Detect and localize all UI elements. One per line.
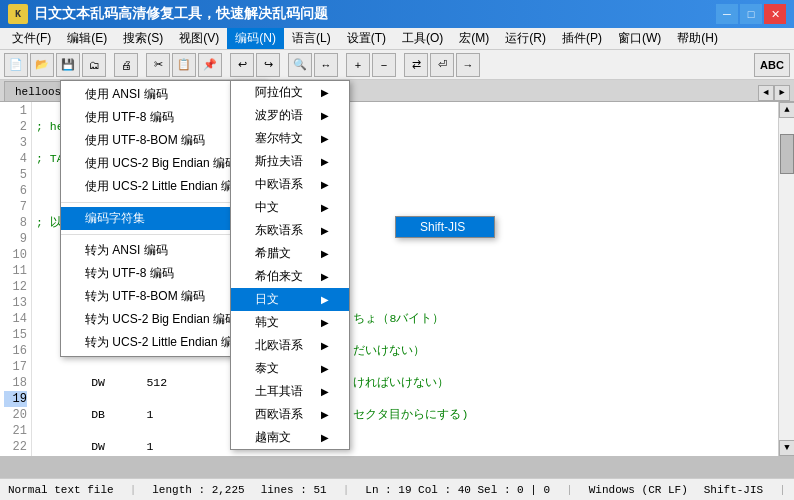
- redo-button[interactable]: ↪: [256, 53, 280, 77]
- lang-ceurope-arrow: ▶: [321, 179, 329, 190]
- lang-baltic[interactable]: 波罗的语 ▶: [231, 104, 349, 127]
- window-controls: ─ □ ✕: [716, 4, 786, 24]
- copy-button[interactable]: 📋: [172, 53, 196, 77]
- lang-ceurope[interactable]: 中欧语系 ▶: [231, 173, 349, 196]
- vertical-scrollbar[interactable]: ▲ ▼: [778, 102, 794, 456]
- tab-arrows: ◄ ►: [758, 85, 790, 101]
- status-lineending: Windows (CR LF): [589, 484, 688, 496]
- lang-eeurope[interactable]: 东欧语系 ▶: [231, 219, 349, 242]
- menu-search[interactable]: 搜索(S): [115, 28, 171, 49]
- lang-greek[interactable]: 希腊文 ▶: [231, 242, 349, 265]
- open-button[interactable]: 📂: [30, 53, 54, 77]
- charset-submenu: Shift-JIS: [395, 216, 495, 238]
- status-bar: Normal text file | length : 2,225 lines …: [0, 478, 794, 500]
- print-button[interactable]: 🖨: [114, 53, 138, 77]
- menu-edit[interactable]: 编辑(E): [59, 28, 115, 49]
- charset-shiftjis[interactable]: Shift-JIS: [396, 217, 494, 237]
- menu-lang[interactable]: 语言(L): [284, 28, 339, 49]
- scroll-down-arrow[interactable]: ▼: [779, 440, 794, 456]
- app-icon-letter: K: [15, 9, 21, 20]
- toolbar: 📄 📂 💾 🗂 🖨 ✂ 📋 📌 ↩ ↪ 🔍 ↔ + − ⇄ ⏎ → ABC: [0, 50, 794, 80]
- lang-turkish[interactable]: 土耳其语 ▶: [231, 380, 349, 403]
- lang-eeurope-arrow: ▶: [321, 225, 329, 236]
- paste-button[interactable]: 📌: [198, 53, 222, 77]
- lang-japanese-arrow: ▶: [321, 294, 329, 305]
- menu-file[interactable]: 文件(F): [4, 28, 59, 49]
- undo-button[interactable]: ↩: [230, 53, 254, 77]
- maximize-button[interactable]: □: [740, 4, 762, 24]
- status-position: Ln : 19 Col : 40 Sel : 0 | 0: [365, 484, 550, 496]
- lang-vietnamese-arrow: ▶: [321, 432, 329, 443]
- code-line-10: DB 1 セクタ目からにする): [36, 407, 774, 423]
- menu-run[interactable]: 运行(R): [497, 28, 554, 49]
- status-encoding: Shift-JIS: [704, 484, 763, 496]
- tab-left-arrow[interactable]: ◄: [758, 85, 774, 101]
- lang-thai[interactable]: 泰文 ▶: [231, 357, 349, 380]
- scroll-up-arrow[interactable]: ▲: [779, 102, 794, 118]
- line-numbers: 12345 678910 1112131415 161718 19 202122…: [0, 102, 32, 456]
- lang-arabic-arrow: ▶: [321, 87, 329, 98]
- lang-turkish-arrow: ▶: [321, 386, 329, 397]
- lang-arabic[interactable]: 阿拉伯文 ▶: [231, 81, 349, 104]
- menu-plugins[interactable]: 插件(P): [554, 28, 610, 49]
- menu-bar: 文件(F) 编辑(E) 搜索(S) 视图(V) 编码(N) 语言(L) 设置(T…: [0, 28, 794, 50]
- lang-chinese-arrow: ▶: [321, 202, 329, 213]
- tab-right-arrow[interactable]: ►: [774, 85, 790, 101]
- lang-japanese[interactable]: 日文 ▶: [231, 288, 349, 311]
- lang-celtic[interactable]: 塞尔特文 ▶: [231, 127, 349, 150]
- title-bar: K 日文文本乱码高清修复工具，快速解决乱码问题 ─ □ ✕: [0, 0, 794, 28]
- lang-submenu: 阿拉伯文 ▶ 波罗的语 ▶ 塞尔特文 ▶ 斯拉夫语 ▶ 中欧语系 ▶ 中文 ▶ …: [230, 80, 350, 450]
- lang-cyrillic[interactable]: 斯拉夫语 ▶: [231, 150, 349, 173]
- close-button[interactable]: ✕: [764, 4, 786, 24]
- lang-baltic-arrow: ▶: [321, 110, 329, 121]
- save-button[interactable]: 💾: [56, 53, 80, 77]
- menu-tools[interactable]: 工具(O): [394, 28, 451, 49]
- lang-nordic[interactable]: 北欧语系 ▶: [231, 334, 349, 357]
- word-wrap-button[interactable]: ⏎: [430, 53, 454, 77]
- window-title: 日文文本乱码高清修复工具，快速解决乱码问题: [34, 5, 716, 23]
- lang-weurope-arrow: ▶: [321, 409, 329, 420]
- lang-vietnamese[interactable]: 越南文 ▶: [231, 426, 349, 449]
- lang-hebrew-arrow: ▶: [321, 271, 329, 282]
- lang-hebrew[interactable]: 希伯来文 ▶: [231, 265, 349, 288]
- lang-korean[interactable]: 韩文 ▶: [231, 311, 349, 334]
- abc-button[interactable]: ABC: [754, 53, 790, 77]
- minimize-button[interactable]: ─: [716, 4, 738, 24]
- menu-view[interactable]: 视图(V): [171, 28, 227, 49]
- lang-celtic-arrow: ▶: [321, 133, 329, 144]
- status-lines: lines : 51: [261, 484, 327, 496]
- status-filetype: Normal text file: [8, 484, 114, 496]
- lang-thai-arrow: ▶: [321, 363, 329, 374]
- lang-nordic-arrow: ▶: [321, 340, 329, 351]
- lang-korean-arrow: ▶: [321, 317, 329, 328]
- sync-scroll-button[interactable]: ⇄: [404, 53, 428, 77]
- new-button[interactable]: 📄: [4, 53, 28, 77]
- menu-encoding[interactable]: 编码(N): [227, 28, 284, 49]
- code-line-9: DW 512 ければいけない）: [36, 375, 774, 391]
- lang-greek-arrow: ▶: [321, 248, 329, 259]
- indent-button[interactable]: →: [456, 53, 480, 77]
- lang-weurope[interactable]: 西欧语系 ▶: [231, 403, 349, 426]
- replace-button[interactable]: ↔: [314, 53, 338, 77]
- code-line-11: DW 1: [36, 439, 774, 455]
- menu-macro[interactable]: 宏(M): [451, 28, 497, 49]
- zoom-out-button[interactable]: −: [372, 53, 396, 77]
- scroll-thumb[interactable]: [780, 134, 794, 174]
- app-icon: K: [8, 4, 28, 24]
- lang-cyrillic-arrow: ▶: [321, 156, 329, 167]
- lang-chinese[interactable]: 中文 ▶: [231, 196, 349, 219]
- cut-button[interactable]: ✂: [146, 53, 170, 77]
- menu-help[interactable]: 帮助(H): [669, 28, 726, 49]
- save-all-button[interactable]: 🗂: [82, 53, 106, 77]
- status-length: length : 2,225: [152, 484, 244, 496]
- menu-settings[interactable]: 设置(T): [339, 28, 394, 49]
- menu-window[interactable]: 窗口(W): [610, 28, 669, 49]
- find-button[interactable]: 🔍: [288, 53, 312, 77]
- zoom-in-button[interactable]: +: [346, 53, 370, 77]
